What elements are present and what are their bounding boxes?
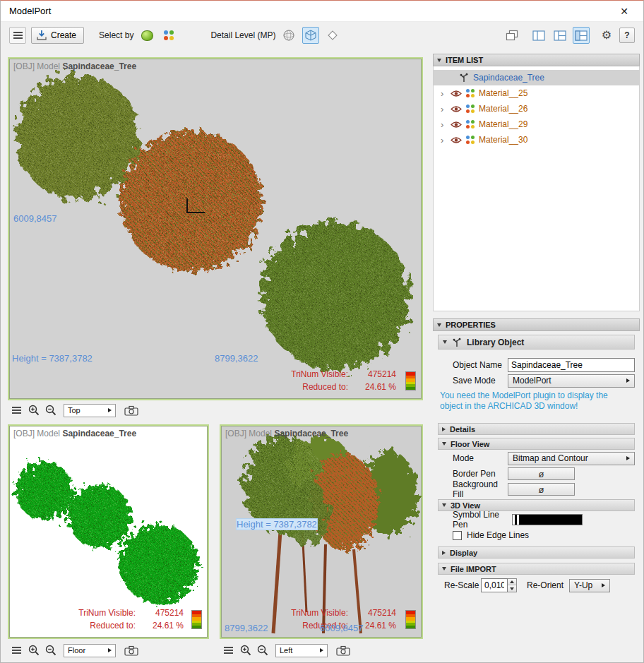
select-by-material-button[interactable]	[160, 27, 177, 44]
library-object-bar[interactable]: Library Object	[438, 335, 635, 350]
item-row-material[interactable]: › Material__29	[434, 117, 639, 132]
settings-button[interactable]: ⚙	[598, 27, 615, 44]
zoom-in-icon[interactable]	[238, 643, 253, 658]
zoom-in-icon[interactable]	[26, 403, 41, 418]
layout-two-pane-icon	[532, 30, 545, 41]
detail-level-cube-button[interactable]	[302, 27, 319, 44]
main-menu-icon[interactable]	[9, 27, 26, 44]
layout-split-button[interactable]	[551, 27, 568, 44]
snapshot-camera-icon[interactable]	[124, 643, 138, 658]
border-pen-label: Border Pen	[453, 469, 508, 479]
mode-label: Mode	[453, 453, 508, 463]
expander-chevron-icon[interactable]: ›	[441, 104, 446, 114]
toolbar-right-group: ⚙ ?	[503, 27, 635, 44]
triangle-stats: TriNum Visible:475214 Reduced to:24.61 %	[78, 608, 184, 631]
reduction-legend-icon	[191, 610, 202, 629]
create-button[interactable]: Create	[31, 27, 84, 44]
visibility-eye-icon[interactable]	[451, 136, 462, 144]
symbol-line-pen-button[interactable]	[512, 514, 583, 525]
snapshot-camera-icon[interactable]	[124, 403, 138, 418]
float-window-button[interactable]	[503, 27, 520, 44]
rescale-input[interactable]	[481, 578, 508, 592]
layout-two-pane-button[interactable]	[530, 27, 547, 44]
main-toolbar: Create Select by Detail Level (MP) ⚙ ?	[1, 22, 643, 49]
viewport-menu-icon[interactable]	[9, 403, 24, 418]
spin-down-icon[interactable]	[508, 585, 516, 592]
expanded-arrow-icon	[442, 503, 446, 507]
border-pen-row: Border Pen ø	[433, 467, 635, 481]
section-floor-view[interactable]: Floor View	[438, 438, 635, 450]
background-fill-button[interactable]: ø	[508, 483, 575, 496]
save-mode-label: Save Mode	[453, 376, 508, 386]
item-row-material[interactable]: › Material__25	[434, 85, 639, 101]
hide-edge-lines-checkbox[interactable]	[453, 531, 462, 540]
hamburger-icon	[13, 32, 23, 39]
section-details[interactable]: Details	[438, 423, 635, 435]
mode-row: Mode Bitmap and Contour	[433, 451, 635, 465]
object-icon	[459, 73, 469, 83]
item-list-header[interactable]: ITEM LIST	[433, 54, 640, 66]
rescale-label: Re-Scale	[444, 580, 481, 590]
view-select-left[interactable]: Left	[275, 644, 328, 657]
detail-level-diamond-button[interactable]	[324, 27, 341, 44]
section-display[interactable]: Display	[438, 546, 635, 559]
mode-dropdown[interactable]: Bitmap and Contour	[508, 452, 635, 465]
viewport-floor[interactable]: [OBJ] Model Sapindaceae_Tree TriNum Visi…	[8, 424, 209, 639]
visibility-eye-icon[interactable]	[451, 90, 462, 97]
dropdown-arrow-icon	[108, 648, 112, 652]
expanded-arrow-icon	[442, 442, 446, 446]
gear-icon: ⚙	[602, 30, 612, 41]
close-icon[interactable]: ✕	[614, 2, 635, 20]
item-row-root[interactable]: Sapindaceae_Tree	[434, 70, 639, 85]
select-by-surface-button[interactable]	[138, 27, 155, 44]
reduction-legend-icon	[405, 610, 416, 629]
viewport-menu-icon[interactable]	[221, 643, 236, 658]
item-row-material[interactable]: › Material__30	[434, 132, 639, 148]
expander-chevron-icon[interactable]: ›	[441, 135, 446, 145]
spin-up-icon[interactable]	[508, 579, 516, 585]
view-select-top[interactable]: Top	[64, 404, 116, 417]
layout-quad-button[interactable]	[573, 27, 590, 44]
viewport-top[interactable]: [OBJ] Model Sapindaceae_Tree 6009,8457 H…	[8, 57, 423, 400]
save-mode-dropdown[interactable]: ModelPort	[508, 374, 635, 388]
expander-chevron-icon[interactable]: ›	[441, 119, 446, 130]
snapshot-camera-icon[interactable]	[335, 643, 350, 658]
coordinate-label-overlay: 6009,8457	[320, 623, 363, 633]
zoom-out-icon[interactable]	[43, 403, 58, 418]
section-file-import[interactable]: File IMPORT	[438, 563, 635, 575]
top-view-canvas	[9, 59, 422, 399]
cube-icon	[304, 29, 317, 42]
zoom-in-icon[interactable]	[26, 643, 41, 658]
visibility-eye-icon[interactable]	[451, 121, 462, 129]
viewport-menu-icon[interactable]	[9, 643, 24, 658]
item-row-material[interactable]: › Material__26	[434, 101, 639, 117]
help-button[interactable]: ?	[619, 28, 635, 43]
materials-icon	[164, 30, 174, 40]
reduction-legend-icon	[405, 371, 416, 390]
diamond-icon	[326, 29, 339, 42]
hide-edge-lines-label: Hide Edge Lines	[467, 530, 529, 540]
height-label: Height = 7387,3782	[12, 353, 93, 364]
properties-header[interactable]: PROPERTIES	[433, 318, 640, 331]
height-label: Height = 7387,3782	[237, 519, 317, 530]
dropdown-arrow-icon	[626, 456, 630, 460]
object-name-input[interactable]	[508, 358, 635, 372]
material-dots-icon	[466, 136, 475, 144]
library-object-icon	[452, 338, 462, 347]
view-select-floor[interactable]: Floor	[64, 644, 116, 657]
item-list: Sapindaceae_Tree › Material__25 › Materi…	[433, 66, 640, 311]
expander-chevron-icon[interactable]: ›	[441, 88, 446, 99]
background-fill-label: Background Fill	[453, 479, 508, 499]
layout-split-icon	[554, 30, 566, 41]
border-pen-button[interactable]: ø	[508, 467, 575, 480]
zoom-out-icon[interactable]	[255, 643, 270, 658]
select-by-label: Select by	[99, 30, 133, 40]
viewport-left[interactable]: [OBJ] Model Sapindaceae_Tree Height = 73…	[220, 424, 423, 639]
top-viewport-toolbar: Top	[9, 402, 138, 419]
reorient-dropdown[interactable]: Y-Up	[569, 579, 610, 592]
zoom-out-icon[interactable]	[43, 643, 58, 658]
visibility-eye-icon[interactable]	[451, 105, 462, 113]
background-fill-row: Background Fill ø	[433, 482, 635, 496]
detail-level-sphere-button[interactable]	[280, 27, 297, 44]
float-window-icon	[506, 30, 518, 41]
